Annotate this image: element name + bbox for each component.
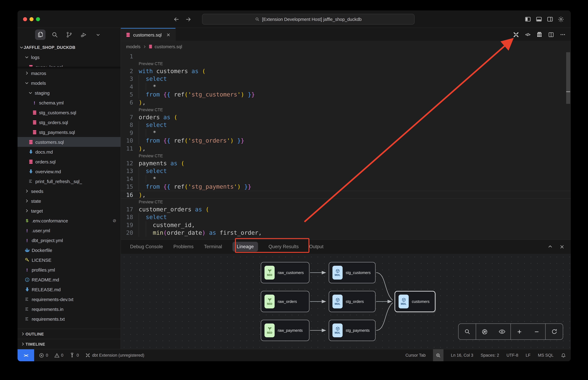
collapse-panel-button[interactable]	[547, 243, 554, 250]
tree-item-seeds[interactable]: seeds	[18, 186, 121, 196]
activity-item-source-control[interactable]	[64, 29, 74, 40]
status-item-zoom-plus[interactable]	[433, 349, 444, 361]
lineage-node-stg_payments[interactable]: MDLstg_payments	[329, 320, 376, 341]
tree-item-macros[interactable]: macros	[18, 68, 121, 78]
panel-tab-debug-console[interactable]: Debug Console	[130, 244, 163, 249]
split-editor-button[interactable]	[547, 31, 555, 38]
tree-item-readme-md[interactable]: README.md	[18, 275, 121, 285]
tree-item-state[interactable]: state	[18, 196, 121, 206]
codelens-preview-cte[interactable]: Preview CTE	[121, 152, 571, 159]
open-code-button[interactable]: </>	[524, 31, 531, 38]
lineage-node-customers[interactable]: MDLcustomers	[395, 291, 435, 312]
workspace-header[interactable]: JAFFLE_SHOP_DUCKDB	[18, 42, 121, 52]
toggle-panel-button[interactable]	[535, 16, 543, 23]
lineage-canvas[interactable]: +− SEDraw_customersSEDraw_ordersSEDraw_p…	[121, 254, 571, 349]
close-panel-button[interactable]	[558, 243, 565, 250]
tree-item-dbt-project-yml[interactable]: !dbt_project.yml	[18, 235, 121, 245]
tree-item-query-log-sql[interactable]: query_log.sql	[18, 62, 121, 67]
tree-item-print-full-refresh-sql-[interactable]: print_full_refresh._sql_	[18, 176, 121, 186]
chevron-right-icon	[20, 342, 25, 346]
lineage-node-stg_orders[interactable]: MDLstg_orders	[329, 291, 376, 312]
tree-item-logs[interactable]: logs	[18, 52, 121, 62]
more-actions-button[interactable]: ⋯	[559, 31, 567, 38]
panel-tab-terminal[interactable]: Terminal	[204, 244, 222, 249]
history-back-button[interactable]	[173, 16, 180, 23]
activity-item-search[interactable]	[49, 29, 60, 40]
status-item[interactable]: Spaces: 2	[481, 349, 499, 361]
tree-item-label: .env.conformance	[32, 218, 68, 223]
panel-tab-output[interactable]: Output	[309, 244, 324, 249]
status-item-broadcast[interactable]: 0	[69, 353, 79, 358]
codelens-preview-cte[interactable]: Preview CTE	[121, 106, 571, 113]
lineage-node-raw_customers[interactable]: SEDraw_customers	[261, 262, 309, 283]
tree-item-dockerfile[interactable]: Dockerfile	[18, 245, 121, 255]
remote-indicator[interactable]: ><	[18, 349, 34, 361]
status-item[interactable]: Cursor Tab	[406, 349, 426, 361]
tree-item-requirements-txt[interactable]: requirements.txt	[18, 314, 121, 324]
lineage-node-stg_customers[interactable]: MDLstg_customers	[329, 262, 376, 283]
tree-item--user-yml[interactable]: !.user.yml	[18, 226, 121, 235]
eye-button[interactable]	[493, 324, 510, 340]
tree-item-customers-sql[interactable]: customers.sql	[18, 137, 121, 147]
close-icon[interactable]	[166, 33, 170, 37]
codelens-preview-cte[interactable]: Preview CTE	[121, 199, 571, 205]
tree-item-schema-yml[interactable]: !schema.yml	[18, 98, 121, 108]
status-item-warning[interactable]: 0	[54, 353, 63, 358]
status-item-dbt[interactable]: dbt Extension (unregistered)	[85, 353, 144, 358]
search-button[interactable]	[459, 324, 476, 340]
activity-item-explorer[interactable]	[35, 29, 45, 40]
editor-scrollbar[interactable]	[566, 52, 570, 104]
lineage-node-raw_orders[interactable]: SEDraw_orders	[261, 291, 309, 312]
tree-item-stg-payments-sql[interactable]: stg_payments.sql	[18, 127, 121, 137]
tree-item-stg-orders-sql[interactable]: stg_orders.sql	[18, 117, 121, 127]
history-forward-button[interactable]	[184, 16, 192, 23]
status-item[interactable]: Ln 16, Col 3	[451, 349, 473, 361]
lineage-node-raw_payments[interactable]: SEDraw_payments	[261, 320, 309, 341]
breadcrumb-folder[interactable]: models	[126, 44, 141, 49]
tree-item-stg-customers-sql[interactable]: stg_customers.sql	[18, 108, 121, 117]
sidebar-section-outline[interactable]: OUTLINE	[18, 329, 121, 339]
tree-item-release-md[interactable]: RELEASE.md	[18, 285, 121, 294]
panel-tab-problems[interactable]: Problems	[173, 244, 194, 249]
activity-item-more-views[interactable]	[93, 29, 103, 40]
tree-item-overview-md[interactable]: overview.md	[18, 167, 121, 176]
tree-item-requirements-dev-txt[interactable]: requirements-dev.txt	[18, 294, 121, 304]
editor-tab-bar: customers.sql </>⋯	[121, 28, 571, 41]
minimize-button[interactable]	[30, 17, 34, 21]
zoom-out-button[interactable]: −	[528, 324, 545, 340]
aperture-button[interactable]	[476, 324, 493, 340]
close-button[interactable]	[23, 17, 27, 21]
panel-tab-lineage[interactable]: Lineage	[232, 242, 258, 252]
status-item[interactable]: LF	[526, 349, 530, 361]
status-item-error[interactable]: 0	[39, 353, 48, 358]
zoom-in-button[interactable]: +	[511, 324, 528, 340]
panel-tab-query-results[interactable]: Query Results	[268, 244, 299, 249]
command-center-search[interactable]: [Extension Development Host] jaffle_shop…	[202, 14, 415, 25]
refresh-button[interactable]	[546, 324, 563, 340]
status-item[interactable]: MS SQL	[538, 349, 554, 361]
dbt-power-user-button[interactable]	[512, 31, 520, 38]
zoom-button[interactable]	[36, 17, 40, 21]
query-preview-button[interactable]	[536, 31, 543, 38]
tree-item--env-conformance[interactable]: $.env.conformance⊘	[18, 216, 121, 226]
tree-item-staging[interactable]: staging	[18, 88, 121, 98]
tree-item-docs-md[interactable]: docs.md	[18, 147, 121, 157]
sidebar-section-timeline[interactable]: TIMELINE	[18, 339, 121, 349]
tab-customers-sql[interactable]: customers.sql	[121, 28, 175, 41]
tree-item-profiles-yml[interactable]: !profiles.yml	[18, 265, 121, 275]
status-item[interactable]: UTF-8	[507, 349, 518, 361]
toggle-primary-sidebar-button[interactable]	[524, 16, 531, 23]
activity-item-run-debug[interactable]	[79, 29, 89, 40]
codelens-preview-cte[interactable]: Preview CTE	[121, 60, 571, 67]
status-item-bell[interactable]	[561, 349, 566, 361]
tree-item-requirements-in[interactable]: requirements.in	[18, 304, 121, 314]
code-editor[interactable]: 1Preview CTE2with customers as (3 select…	[121, 52, 571, 239]
tree-item-target[interactable]: target	[18, 206, 121, 216]
breadcrumb-file[interactable]: customers.sql	[155, 44, 182, 49]
tree-item-models[interactable]: models	[18, 78, 121, 88]
settings-button[interactable]	[557, 16, 565, 23]
toggle-secondary-sidebar-button[interactable]	[546, 16, 554, 23]
tree-item-orders-sql[interactable]: orders.sql	[18, 157, 121, 167]
error-icon	[39, 353, 44, 358]
tree-item-license[interactable]: LICENSE	[18, 255, 121, 265]
